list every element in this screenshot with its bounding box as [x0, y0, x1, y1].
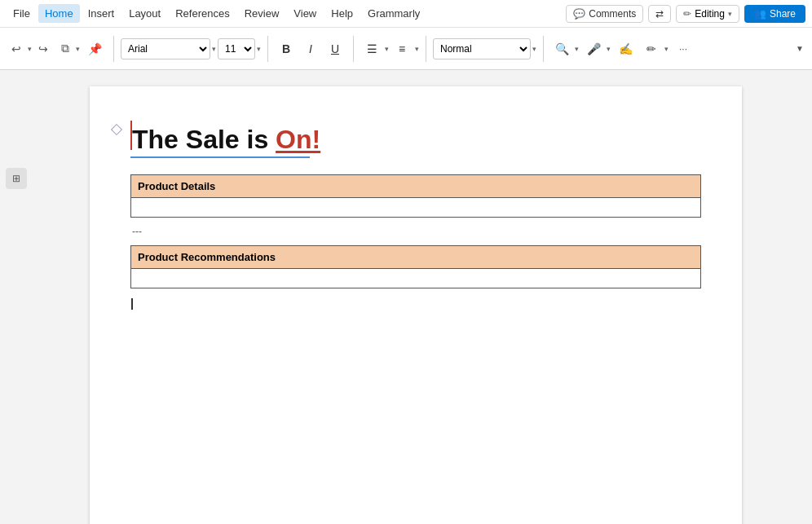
highlight-group: ✏ ▾	[640, 38, 669, 59]
document-page: The Sale is On! Product Details --- Prod…	[90, 86, 742, 524]
bullets-button[interactable]: ☰	[360, 38, 383, 59]
title-part1: The Sale is	[132, 125, 276, 154]
list-group: ☰ ▾ ≡ ▾	[360, 38, 419, 59]
format-painter-button[interactable]: 📌	[83, 40, 107, 58]
comments-icon: 💬	[573, 8, 585, 20]
font-name-select[interactable]: Arial	[121, 38, 210, 59]
title-bar: File Home Insert Layout References Revie…	[0, 0, 812, 28]
share-button[interactable]: 👥 Share	[744, 5, 805, 23]
search-group: 🔍 ▾	[550, 38, 579, 59]
underline-button[interactable]: U	[324, 38, 346, 59]
product-recommendations-header-cell: Product Recommendations	[131, 246, 701, 269]
undo-button[interactable]: ↩	[7, 40, 26, 58]
menu-home[interactable]: Home	[38, 4, 80, 23]
ribbon-expand-button[interactable]: ▼	[794, 42, 805, 55]
layout-panel-icon[interactable]: ⊞	[6, 168, 27, 189]
redo-button[interactable]: ↪	[33, 40, 53, 58]
separator-3	[353, 36, 354, 62]
editor-group: ✍	[614, 38, 637, 59]
highlight-dropdown[interactable]: ▾	[664, 45, 669, 53]
bold-button[interactable]: B	[275, 38, 298, 59]
end-cursor-area	[130, 297, 701, 310]
menu-insert[interactable]: Insert	[82, 4, 121, 23]
title-part2: On!	[276, 125, 320, 154]
title-underline	[130, 156, 310, 158]
editing-button[interactable]: ✏ Editing ▾	[676, 5, 739, 23]
font-size-select[interactable]: 11	[218, 38, 255, 59]
font-group: Arial ▾ 11 ▾	[121, 38, 261, 59]
separator-5	[543, 36, 544, 62]
undo-redo-group: ↩ ▾ ↪	[7, 40, 53, 58]
menu-help[interactable]: Help	[324, 4, 360, 23]
product-details-empty-row	[131, 198, 701, 218]
undo-dropdown[interactable]: ▾	[28, 45, 32, 53]
title-bar-actions: 💬 Comments ⇄ ✏ Editing ▾ 👥 Share	[566, 5, 805, 23]
clipboard-dropdown[interactable]: ▾	[76, 45, 80, 53]
menu-layout[interactable]: Layout	[122, 4, 167, 23]
separator-4	[426, 36, 426, 62]
coauthor-icon: ⇄	[655, 8, 664, 20]
menu-view[interactable]: View	[287, 4, 323, 23]
separator-1	[113, 36, 114, 62]
menu-bar: File Home Insert Layout References Revie…	[7, 4, 426, 23]
search-dropdown[interactable]: ▾	[575, 45, 579, 53]
highlight-button[interactable]: ✏	[640, 38, 663, 59]
document-area: ⊞ The Sale is On! Product Details	[0, 70, 812, 524]
left-panel: ⊞	[0, 70, 33, 524]
comments-label: Comments	[589, 8, 636, 20]
text-cursor-end	[131, 298, 133, 310]
format-group: B I U	[275, 38, 346, 59]
mic-group: 🎤 ▾	[582, 38, 611, 59]
style-dropdown[interactable]: ▾	[532, 45, 536, 53]
heading-area: The Sale is On!	[130, 119, 701, 158]
menu-file[interactable]: File	[7, 4, 37, 23]
ribbon: ↩ ▾ ↪ ⧉ ▾ 📌 Arial ▾ 11 ▾ B I U ☰ ▾ ≡ ▾	[0, 28, 812, 70]
product-recommendations-header-row: Product Recommendations	[131, 246, 701, 269]
comments-button[interactable]: 💬 Comments	[566, 5, 643, 23]
style-group: Normal ▾	[433, 38, 536, 59]
pin-group: 📌	[83, 40, 107, 58]
style-select[interactable]: Normal	[433, 38, 531, 59]
align-button[interactable]: ≡	[391, 38, 413, 59]
product-details-header-row: Product Details	[131, 175, 701, 198]
people-icon: 👥	[754, 8, 766, 20]
bullets-dropdown[interactable]: ▾	[385, 45, 389, 53]
product-details-header-cell: Product Details	[131, 175, 701, 198]
dictate-button[interactable]: 🎤	[582, 38, 605, 59]
product-recommendations-empty-row	[131, 269, 701, 288]
page-container: The Sale is On! Product Details --- Prod…	[33, 70, 799, 524]
dictate-dropdown[interactable]: ▾	[607, 45, 611, 53]
search-button[interactable]: 🔍	[550, 38, 573, 59]
editing-dropdown-arrow[interactable]: ▾	[728, 10, 732, 18]
document-title: The Sale is On!	[132, 125, 320, 155]
font-size-dropdown[interactable]: ▾	[257, 45, 261, 53]
menu-references[interactable]: References	[169, 4, 236, 23]
product-details-table: Product Details	[130, 174, 701, 218]
editing-label: Editing	[695, 8, 725, 20]
diamond-marker	[111, 124, 122, 135]
menu-grammarly[interactable]: Grammarly	[361, 4, 426, 23]
menu-review[interactable]: Review	[238, 4, 286, 23]
editor-button[interactable]: ✍	[614, 38, 637, 59]
product-recommendations-empty-cell	[131, 269, 701, 288]
more-options-button[interactable]: ···	[672, 38, 695, 59]
coauthoring-button[interactable]: ⇄	[648, 5, 671, 23]
share-label: Share	[770, 8, 796, 20]
clipboard-group: ⧉ ▾	[56, 39, 80, 58]
product-recommendations-table: Product Recommendations	[130, 245, 701, 288]
product-details-empty-cell	[131, 198, 701, 218]
separator-2	[267, 36, 268, 62]
divider-text: ---	[132, 226, 701, 237]
align-dropdown[interactable]: ▾	[415, 45, 419, 53]
font-name-dropdown[interactable]: ▾	[212, 45, 216, 53]
right-panel	[799, 70, 812, 524]
italic-button[interactable]: I	[299, 38, 322, 59]
clipboard-button[interactable]: ⧉	[56, 39, 74, 58]
pencil-icon: ✏	[683, 8, 691, 20]
